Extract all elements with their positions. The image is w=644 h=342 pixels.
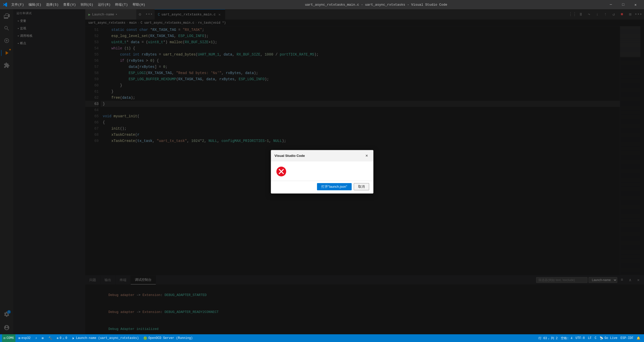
modal-overlay: Visual Studio Code ✕ 打开"launch.json" 取消	[0, 9, 644, 334]
line-ending-label: LF	[588, 336, 592, 340]
menu-bar: 文件(F) 编辑(E) 选择(S) 查看(V) 转到(G) 运行(R) 终端(T…	[9, 1, 147, 8]
status-bar: ⊡ COM6 ⊠ esp32 ⚡ ⊞ 🔨 ⊗ 0 ⚠ 0 ⏵ Launch-na…	[0, 334, 644, 342]
error-icon: ⊗	[57, 336, 59, 340]
menu-edit[interactable]: 编辑(E)	[26, 1, 43, 8]
golive-label: Go Live	[604, 336, 617, 340]
menu-goto[interactable]: 转到(G)	[79, 1, 95, 8]
title-bar-left: 文件(F) 编辑(E) 选择(S) 查看(V) 转到(G) 运行(R) 终端(T…	[3, 1, 147, 8]
modal-title: Visual Studio Code	[275, 154, 305, 158]
flash-icon: ⚡	[35, 336, 37, 340]
menu-file[interactable]: 文件(F)	[9, 1, 26, 8]
modal-title-bar: Visual Studio Code ✕	[271, 150, 373, 161]
col-label: 列 2	[551, 336, 558, 340]
status-launch-name[interactable]: ⏵ Launch-name (uart_async_rxtxtasks)	[70, 334, 141, 342]
modal-footer: 打开"launch.json" 取消	[271, 181, 373, 193]
status-errors[interactable]: ⊗ 0 ⚠ 0	[55, 334, 69, 342]
maximize-button[interactable]: □	[617, 1, 629, 8]
line-label: 行 63	[538, 336, 547, 340]
encoding-label: UTF-8	[576, 336, 585, 340]
launch-label: Launch-name (uart_async_rxtxtasks)	[76, 336, 139, 340]
status-build-button[interactable]: 🔨	[47, 334, 54, 342]
status-go-live[interactable]: 📡 Go Live	[598, 336, 619, 340]
vscode-icon	[3, 2, 8, 7]
menu-select[interactable]: 选择(S)	[44, 1, 61, 8]
espidf-label: ESP-IDF	[621, 336, 633, 340]
golive-icon: 📡	[600, 336, 603, 340]
monitor-icon: ⊞	[42, 336, 44, 340]
status-esp32[interactable]: ⊠ esp32	[17, 334, 32, 342]
status-port[interactable]: ⊡ COM6	[2, 334, 15, 342]
status-spaces[interactable]: 空格: 4	[559, 336, 574, 340]
status-monitor-button[interactable]: ⊞	[40, 334, 45, 342]
status-right: 行 63, 列 2 空格: 4 UTF-8 LF C 📡 Go Live ESP…	[537, 336, 642, 340]
window-title: uart_async_rxtxtasks_main.c - uart_async…	[149, 3, 603, 7]
error-icon	[276, 166, 286, 177]
esp32-label: esp32	[21, 336, 31, 340]
cancel-button[interactable]: 取消	[354, 183, 369, 190]
status-line-col[interactable]: 行 63, 列 2	[537, 336, 559, 340]
modal-close-button[interactable]: ✕	[364, 153, 370, 158]
error-count: 0	[60, 336, 61, 340]
window-controls: ─ □ ✕	[605, 1, 641, 8]
open-launch-json-button[interactable]: 打开"launch.json"	[317, 183, 352, 190]
status-esp-idf[interactable]: ESP-IDF	[619, 336, 635, 340]
build-icon: 🔨	[48, 336, 52, 340]
openocd-label: OpenOCD Server (Running)	[148, 336, 193, 340]
menu-view[interactable]: 查看(V)	[61, 1, 78, 8]
status-language[interactable]: C	[593, 336, 598, 340]
status-openocd[interactable]: 🟢 OpenOCD Server (Running)	[142, 334, 194, 342]
menu-run[interactable]: 运行(R)	[96, 1, 113, 8]
status-encoding[interactable]: UTF-8	[574, 336, 586, 340]
openocd-icon: 🟢	[143, 336, 147, 340]
port-label: COM6	[6, 336, 14, 340]
minimize-button[interactable]: ─	[605, 1, 617, 8]
port-icon: ⊡	[4, 336, 5, 340]
menu-help[interactable]: 帮助(H)	[130, 1, 147, 8]
title-bar: 文件(F) 编辑(E) 选择(S) 查看(V) 转到(G) 运行(R) 终端(T…	[0, 0, 644, 9]
modal-body	[271, 161, 373, 181]
warning-icon: ⚠	[62, 336, 64, 340]
close-button[interactable]: ✕	[630, 1, 641, 8]
language-label: C	[595, 336, 596, 340]
debug-icon: ⏵	[72, 336, 75, 340]
modal-dialog: Visual Studio Code ✕ 打开"launch.json" 取消	[271, 150, 374, 194]
spaces-label: 空格: 4	[561, 336, 573, 340]
menu-terminal[interactable]: 终端(T)	[113, 1, 130, 8]
status-line-ending[interactable]: LF	[586, 336, 593, 340]
warning-count: 0	[65, 336, 67, 340]
status-flash-button[interactable]: ⚡	[34, 334, 39, 342]
bell-icon: 🔔	[637, 336, 640, 340]
esp32-icon: ⊠	[18, 336, 20, 340]
status-notifications[interactable]: 🔔	[635, 336, 642, 340]
